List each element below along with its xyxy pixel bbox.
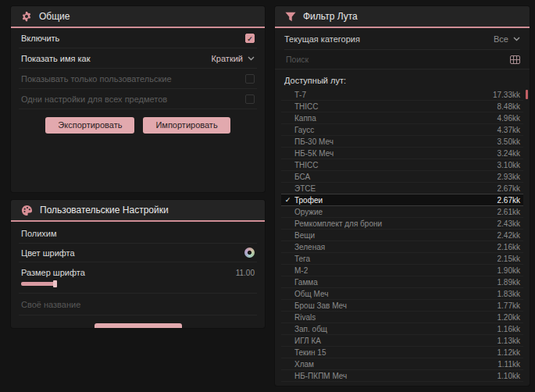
- loot-list-item[interactable]: Хлам 1.11kk: [281, 358, 523, 370]
- category-select[interactable]: Все: [494, 34, 520, 44]
- font-color-row: Цвет шрифта: [19, 244, 257, 262]
- loot-item-name: Гаусс: [294, 126, 498, 134]
- gear-icon: [21, 11, 32, 22]
- show-name-select[interactable]: Краткий: [211, 54, 255, 63]
- loot-item-name: ИГЛ КА: [294, 337, 498, 345]
- category-label: Текущая категория: [284, 34, 360, 44]
- same-settings-label: Одни настройки для всех предметов: [21, 94, 167, 104]
- loot-list-item[interactable]: Гамма 1.89kk: [281, 276, 523, 288]
- loot-item-value: 2.67kk: [498, 196, 523, 205]
- screen: Общие Включить Показать имя как Краткий …: [0, 0, 535, 392]
- loot-item-value: 4.96kk: [498, 114, 523, 123]
- same-settings-row: Одни настройки для всех предметов: [19, 89, 257, 109]
- export-button[interactable]: Экспортировать: [45, 117, 134, 134]
- panel-custom-title: Пользовательские Настройки: [40, 205, 169, 216]
- only-custom-checkbox[interactable]: [245, 74, 255, 84]
- delete-row: Удалить: [11, 315, 265, 328]
- custom-name-input[interactable]: [19, 294, 257, 315]
- panel-general-title: Общие: [39, 11, 70, 22]
- loot-list-item[interactable]: ИГЛ КА 1.13kk: [281, 335, 523, 347]
- panel-general: Общие Включить Показать имя как Краткий …: [11, 6, 265, 192]
- selected-item-name: Полихим: [19, 222, 257, 244]
- category-row: Текущая категория Все: [284, 28, 520, 50]
- loot-list-item[interactable]: Гаусс 4.37kk: [281, 124, 523, 136]
- loot-item-name: Зеленая: [294, 243, 498, 251]
- font-size-slider[interactable]: [21, 280, 63, 287]
- loot-list-item[interactable]: Оружие 2.61kk: [281, 206, 523, 218]
- show-name-row: Показать имя как Краткий: [19, 48, 257, 69]
- loot-list-item[interactable]: Вещи 2.42kk: [281, 230, 523, 241]
- enable-label: Включить: [21, 34, 59, 43]
- panel-custom-settings: Пользовательские Настройки Полихим Цвет …: [11, 200, 265, 328]
- loot-list-item[interactable]: М-2 1.90kk: [281, 265, 523, 276]
- delete-button[interactable]: Удалить: [95, 323, 182, 328]
- loot-item-value: 2.15kk: [498, 255, 523, 263]
- panel-filter-header: Фильтр Лута: [275, 6, 530, 28]
- loot-item-value: 4.37kk: [498, 126, 523, 134]
- loot-list-item[interactable]: Трофеи 2.67kk: [281, 194, 523, 206]
- loot-item-name: Вещи: [294, 231, 498, 240]
- loot-list-item[interactable]: THICC 8.48kk: [281, 101, 523, 112]
- loot-list-item[interactable]: ПБ-30 Меч 3.50kk: [281, 136, 523, 148]
- loot-list-item[interactable]: Зеленая 2.16kk: [281, 241, 523, 253]
- import-button[interactable]: Импортировать: [143, 117, 230, 134]
- slider-fill: [21, 282, 55, 286]
- loot-item-name: М-2: [294, 266, 498, 275]
- loot-list-item[interactable]: Общ Меч 1.83kk: [281, 288, 523, 300]
- loot-list-item[interactable]: Т-7 17.33kk: [281, 89, 523, 101]
- show-name-label: Показать имя как: [21, 54, 91, 63]
- loot-item-value: 1.89kk: [498, 278, 523, 287]
- loot-item-name: БСА: [294, 173, 498, 181]
- same-settings-checkbox[interactable]: [245, 94, 255, 104]
- loot-item-value: 1.83kk: [498, 290, 523, 298]
- search-options-icon[interactable]: [510, 55, 520, 64]
- loot-item-value: 1.90kk: [498, 266, 523, 275]
- search-input[interactable]: [284, 54, 504, 65]
- slider-handle[interactable]: [53, 280, 57, 287]
- loot-item-value: 8.48kk: [498, 102, 523, 111]
- loot-list-item[interactable]: ЭТСЕ 2.67kk: [281, 183, 523, 194]
- loot-item-value: 3.50kk: [498, 137, 523, 146]
- import-export-row: Экспортировать Импортировать: [11, 109, 265, 134]
- enable-checkbox[interactable]: [245, 34, 255, 43]
- loot-list-item[interactable]: БСА 2.93kk: [281, 171, 523, 183]
- loot-item-name: Оружие: [294, 208, 498, 216]
- loot-list-item[interactable]: Ремкомплект для брони 2.43kk: [281, 218, 523, 230]
- loot-item-name: Зап. общ: [294, 325, 498, 333]
- loot-list-item[interactable]: НБ-ПКПМ Меч 1.10kk: [281, 370, 523, 382]
- chevron-down-icon: [513, 37, 520, 41]
- loot-list-item[interactable]: Зап. общ 1.16kk: [281, 323, 523, 335]
- enable-row: Включить: [19, 28, 257, 48]
- loot-item-name: Гамма: [294, 278, 498, 287]
- color-picker-icon[interactable]: [244, 248, 255, 258]
- font-size-row: Размер шрифта 11.00: [19, 262, 257, 280]
- loot-item-value: 2.93kk: [498, 173, 523, 181]
- only-custom-label: Показывать только пользовательские: [21, 74, 172, 84]
- loot-item-value: 1.16kk: [498, 325, 523, 333]
- loot-item-name: Текин 15: [294, 348, 498, 357]
- loot-list-item[interactable]: Каппа 4.96kk: [281, 112, 523, 124]
- loot-item-value: 1.10kk: [498, 372, 523, 380]
- scrollbar-thumb[interactable]: [526, 90, 528, 99]
- loot-item-name: Rivals: [294, 313, 498, 322]
- check-icon: [281, 196, 294, 204]
- loot-list-item[interactable]: НБ-5К Меч 3.24kk: [281, 148, 523, 159]
- show-name-value: Краткий: [211, 54, 243, 63]
- panel-general-header: Общие: [11, 6, 265, 28]
- category-value: Все: [494, 34, 508, 44]
- loot-item-value: 2.43kk: [498, 219, 523, 228]
- loot-item-value: 3.24kk: [498, 149, 523, 158]
- loot-list: Т-7 17.33kk THICC 8.48kk Каппа 4.96kk Га…: [281, 89, 523, 382]
- font-color-label: Цвет шрифта: [21, 248, 75, 258]
- loot-item-name: Тега: [294, 255, 498, 263]
- loot-list-item[interactable]: Rivals 1.20kk: [281, 312, 523, 323]
- loot-list-item[interactable]: Текин 15 1.12kk: [281, 347, 523, 358]
- loot-item-name: Хлам: [294, 360, 498, 369]
- font-size-label: Размер шрифта: [21, 268, 85, 277]
- loot-list-item[interactable]: Тега 2.15kk: [281, 253, 523, 265]
- loot-list-item[interactable]: THICC 3.10kk: [281, 159, 523, 171]
- loot-item-name: THICC: [294, 161, 498, 169]
- custom-name-row: [19, 294, 257, 315]
- loot-list-item[interactable]: Брош Зав Меч 1.77kk: [281, 300, 523, 312]
- loot-item-value: 1.77kk: [498, 301, 523, 310]
